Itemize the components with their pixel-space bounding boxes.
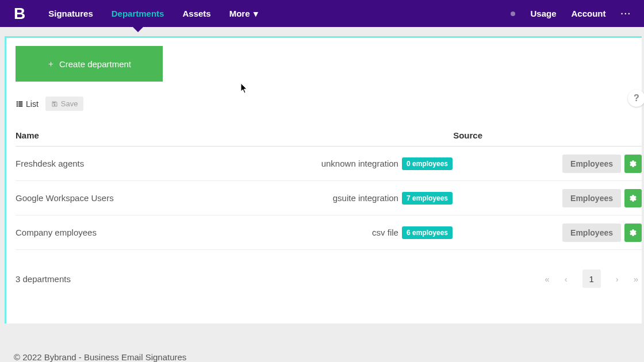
list-icon <box>16 100 24 108</box>
dept-source: csv file <box>372 228 398 237</box>
page-next-icon[interactable]: › <box>616 274 619 284</box>
svg-rect-3 <box>18 103 22 104</box>
nav-account[interactable]: Account <box>571 9 605 18</box>
save-icon <box>51 101 58 107</box>
dept-source-cell: gsuite integration 7 employees <box>246 192 453 205</box>
header-source: Source <box>338 130 499 140</box>
page-current[interactable]: 1 <box>582 269 601 288</box>
save-button[interactable]: Save <box>45 97 84 111</box>
dept-source: unknown integration <box>321 159 398 168</box>
footer-copyright: © 2022 Bybrand - Business Email Signatur… <box>14 352 186 362</box>
header-name: Name <box>16 130 338 140</box>
departments-table: Name Source Freshdesk agents unknown int… <box>16 130 642 288</box>
save-button-label: Save <box>61 99 78 108</box>
question-mark-icon: ? <box>634 93 639 103</box>
create-department-label: Create department <box>59 59 131 69</box>
nav-more-dropdown[interactable]: More ▾ <box>229 0 258 27</box>
list-view-toggle[interactable]: List <box>16 99 39 109</box>
svg-rect-2 <box>17 103 18 104</box>
row-actions: Employees <box>453 189 642 207</box>
settings-button[interactable] <box>624 155 642 173</box>
dept-name: Freshdesk agents <box>16 159 246 168</box>
dept-name: Google Workspace Users <box>16 193 246 203</box>
nav-usage[interactable]: Usage <box>530 9 556 18</box>
plus-icon <box>47 60 55 68</box>
department-count: 3 departments <box>16 274 71 284</box>
table-header: Name Source <box>16 130 642 147</box>
brand-logo[interactable]: B <box>14 5 25 23</box>
svg-rect-0 <box>17 101 18 102</box>
create-department-button[interactable]: Create department <box>16 46 163 82</box>
nav-signatures[interactable]: Signatures <box>48 0 93 27</box>
table-row: Company employees csv file 6 employees E… <box>16 215 642 250</box>
svg-rect-5 <box>18 105 22 106</box>
settings-button[interactable] <box>624 224 642 242</box>
row-actions: Employees <box>453 155 642 173</box>
gear-icon <box>629 229 637 237</box>
dept-source-cell: unknown integration 0 employees <box>246 157 453 170</box>
gear-icon <box>629 194 637 202</box>
table-footer: 3 departments « ‹ 1 › » <box>16 269 642 288</box>
nav-right: Usage Account ··· <box>511 9 644 18</box>
page-prev-icon[interactable]: ‹ <box>565 274 568 284</box>
row-actions: Employees <box>453 224 642 242</box>
list-view-label: List <box>26 99 39 109</box>
caret-down-icon: ▾ <box>254 9 258 19</box>
svg-rect-4 <box>17 105 18 106</box>
help-button[interactable]: ? <box>628 90 644 107</box>
gear-icon <box>629 160 637 168</box>
employees-button[interactable]: Employees <box>562 224 621 242</box>
dept-source: gsuite integration <box>333 193 398 203</box>
toolbar: List Save <box>16 97 642 111</box>
nav-assets[interactable]: Assets <box>182 0 210 27</box>
employee-count-badge: 0 employees <box>402 157 453 170</box>
settings-button[interactable] <box>624 189 642 207</box>
table-row: Freshdesk agents unknown integration 0 e… <box>16 147 642 181</box>
employees-button[interactable]: Employees <box>562 189 621 207</box>
pagination: « ‹ 1 › » <box>545 269 638 288</box>
dept-source-cell: csv file 6 employees <box>246 226 453 239</box>
nav-items: Signatures Departments Assets More ▾ <box>48 0 511 27</box>
overflow-menu-icon[interactable]: ··· <box>620 9 631 18</box>
svg-rect-1 <box>18 101 22 102</box>
page-last-icon[interactable]: » <box>634 274 638 284</box>
top-navbar: B Signatures Departments Assets More ▾ U… <box>0 0 644 27</box>
nav-departments[interactable]: Departments <box>112 0 164 27</box>
employee-count-badge: 7 employees <box>402 192 453 205</box>
employee-count-badge: 6 employees <box>402 226 453 239</box>
status-indicator-icon <box>511 11 515 16</box>
dept-name: Company employees <box>16 228 246 237</box>
page-first-icon[interactable]: « <box>545 274 549 284</box>
table-row: Google Workspace Users gsuite integratio… <box>16 181 642 215</box>
nav-more-label: More <box>229 9 250 18</box>
main-panel: Create department ? List Save Name Sourc… <box>5 36 642 324</box>
employees-button[interactable]: Employees <box>562 155 621 173</box>
